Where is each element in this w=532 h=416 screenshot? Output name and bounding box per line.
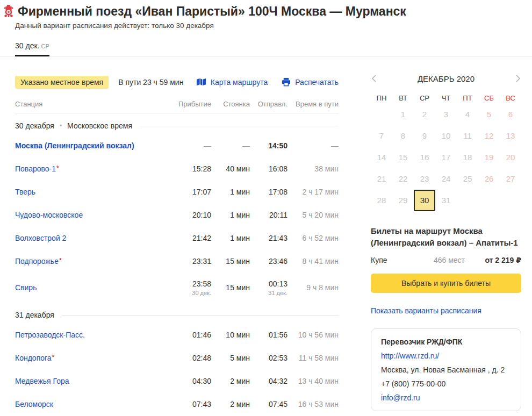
calendar-day[interactable]: 4 <box>457 104 478 125</box>
calendar-day[interactable]: 24 <box>435 168 457 190</box>
stop-cell: — <box>211 141 250 150</box>
calendar-day[interactable]: 29 <box>392 190 414 211</box>
calendar-weekday-label: ЧТ <box>435 94 457 102</box>
section-date-label: 30 декабря <box>15 121 54 130</box>
departure-cell: 17:08 <box>250 188 287 196</box>
station-link[interactable]: Медвежья Гора <box>15 377 69 385</box>
calendar-day[interactable]: 8 <box>392 125 414 147</box>
station-link[interactable]: Тверь <box>15 188 35 196</box>
station-link[interactable]: Кондопога <box>15 354 52 362</box>
calendar-day[interactable]: 19 <box>478 147 500 168</box>
station-link[interactable]: Петрозаводск-Пасс. <box>15 331 85 339</box>
schedule-row: Кондопога*02:485 мин02:5311 ч 58 мин <box>15 346 339 369</box>
print-link-label: Распечатать <box>295 78 339 87</box>
local-time-badge: Указано местное время <box>15 76 109 89</box>
travel-time-cell: 2 ч 17 мин <box>287 188 339 196</box>
calendar-day[interactable]: 6 <box>500 104 521 125</box>
schedule-row: Тверь17:071 мин17:082 ч 17 мин <box>15 180 339 203</box>
calendar-day[interactable]: 21 <box>371 168 392 190</box>
show-schedule-variants-link[interactable]: Показать варианты расписания <box>371 306 481 315</box>
calendar-day[interactable]: 11 <box>457 125 478 147</box>
calendar-weekday-label: ВТ <box>392 94 414 102</box>
map-icon <box>196 77 206 87</box>
calendar-title: ДЕКАБРЬ 2020 <box>382 74 511 83</box>
calendar-day[interactable]: 10 <box>435 125 457 147</box>
ticket-seats: 466 мест <box>419 256 465 264</box>
calendar-prev-button[interactable] <box>371 73 382 84</box>
station-link[interactable]: Свирь <box>15 283 37 292</box>
calendar-day[interactable]: 3 <box>435 104 457 125</box>
station-link[interactable]: Подпорожье <box>15 257 59 266</box>
station-cell: Тверь <box>15 188 174 196</box>
schedule-validity-note: Данный вариант расписания действует: тол… <box>0 21 532 30</box>
calendar-day[interactable]: 9 <box>414 125 435 147</box>
station-cell: Подпорожье* <box>15 257 174 266</box>
station-asterisk: * <box>59 257 62 264</box>
carrier-site-link[interactable]: http://www.rzd.ru/ <box>381 349 511 363</box>
departure-cell: 20:11 <box>250 211 287 219</box>
arrival-cell: 23:5830 дек. <box>174 279 211 296</box>
calendar-day[interactable]: 18 <box>457 147 478 168</box>
calendar-day[interactable]: 31 <box>435 190 457 211</box>
departure-cell: 01:56 <box>250 331 287 339</box>
station-link[interactable]: Беломорск <box>15 400 53 408</box>
calendar-day[interactable]: 16 <box>414 147 435 168</box>
calendar-day[interactable]: 22 <box>392 168 414 190</box>
ticket-price: от 2 219 ₽ <box>465 256 521 264</box>
calendar-day[interactable]: 13 <box>500 125 521 147</box>
stop-cell: 2 мин <box>211 377 250 385</box>
carrier-address: Москва, ул. Новая Басманная , д. 2 <box>381 363 511 377</box>
chevron-left-icon <box>371 74 377 83</box>
station-cell: Кондопога* <box>15 354 174 362</box>
schedule-row: Петрозаводск-Пасс.01:4610 мин01:5610 ч 5… <box>15 323 339 346</box>
calendar-day[interactable]: 1 <box>392 104 414 125</box>
station-link[interactable]: Волховстрой 2 <box>15 234 66 242</box>
travel-time-cell: 5 ч 20 мин <box>287 211 339 219</box>
travel-time-cell: 11 ч 58 мин <box>287 354 339 362</box>
travel-time-cell: 10 ч 56 мин <box>287 331 339 339</box>
column-travel-time: Время в пути <box>287 100 339 108</box>
calendar-day[interactable]: 15 <box>392 147 414 168</box>
calendar-day-selected[interactable]: 30 <box>414 190 435 211</box>
calendar-day[interactable]: 28 <box>371 190 392 211</box>
station-link[interactable]: Чудово-московское <box>15 211 83 219</box>
departure-cell: 00:1331 дек. <box>250 279 287 296</box>
calendar-day[interactable]: 25 <box>457 168 478 190</box>
travel-time-cell: 6 ч 52 мин <box>287 234 339 242</box>
calendar-day[interactable]: 2 <box>414 104 435 125</box>
carrier-email-link[interactable]: info@rzd.ru <box>381 391 511 405</box>
schedule-row: Свирь23:5830 дек.15 мин00:1331 дек.9 ч 8… <box>15 272 339 303</box>
arrival-cell: 15:28 <box>174 164 211 173</box>
calendar-day[interactable]: 20 <box>500 147 521 168</box>
station-link[interactable]: Москва (Ленинградский вокзал) <box>15 141 134 150</box>
calendar-day[interactable]: 14 <box>371 147 392 168</box>
calendar-day[interactable]: 27 <box>500 168 521 190</box>
calendar-day[interactable]: 23 <box>414 168 435 190</box>
station-cell: Беломорск <box>15 400 174 408</box>
ticket-option-row: Купе 466 мест от 2 219 ₽ <box>371 256 521 264</box>
station-link[interactable]: Поварово-1 <box>15 164 56 173</box>
calendar-day[interactable]: 17 <box>435 147 457 168</box>
departure-cell: 04:32 <box>250 377 287 385</box>
calendar-day[interactable]: 12 <box>478 125 500 147</box>
page-title: Фирменный поезд «Иван Паристый» 100Ч Мос… <box>18 4 406 19</box>
calendar-nav: ДЕКАБРЬ 2020 <box>371 72 521 85</box>
route-map-link[interactable]: Карта маршрута <box>196 77 268 87</box>
calendar-day[interactable]: 7 <box>371 125 392 147</box>
buy-tickets-button[interactable]: Выбрать и купить билеты <box>371 274 521 293</box>
calendar-day[interactable]: 26 <box>478 168 500 190</box>
main-content: Указано местное время В пути 23 ч 59 мин… <box>0 57 532 416</box>
print-link[interactable]: Распечатать <box>282 77 339 87</box>
travel-time-cell: 9 ч 8 мин <box>287 283 339 292</box>
arrival-cell: 02:48 <box>174 354 211 362</box>
date-note: 30 дек. <box>174 290 211 296</box>
schedule-row: Поварово-1*15:2840 мин16:0838 мин <box>15 157 339 180</box>
travel-time-cell: 38 мин <box>287 164 339 173</box>
calendar-day-empty <box>500 190 521 211</box>
travel-time-cell: 16 ч 53 мин <box>287 400 339 408</box>
calendar-day[interactable]: 5 <box>478 104 500 125</box>
calendar-next-button[interactable] <box>511 73 521 84</box>
column-stop: Стоянка <box>211 100 250 108</box>
section-dot: • <box>60 122 62 130</box>
tab-date-active[interactable]: 30 дек.СР <box>15 41 49 56</box>
